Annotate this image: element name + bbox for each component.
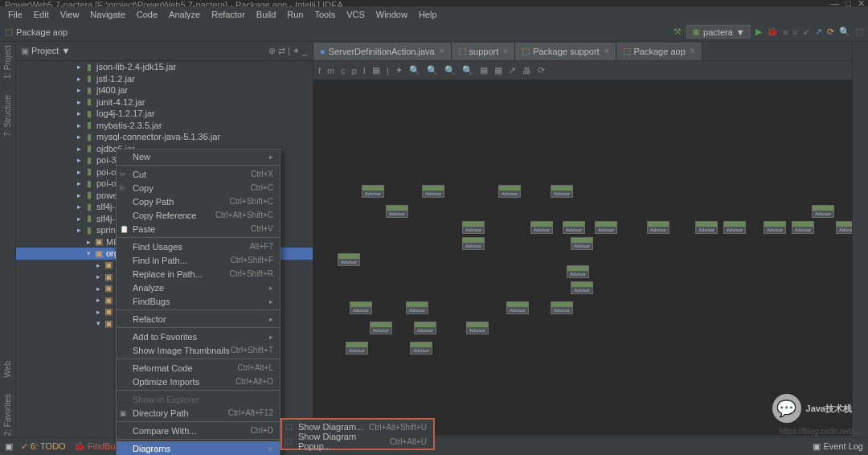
diagram-node[interactable]: Advisor (422, 185, 444, 198)
diagram-node[interactable]: Advisor (462, 237, 485, 250)
debug-icon[interactable]: 🐞 (767, 27, 778, 37)
editor-tab[interactable]: ●ServerDefinitionAction.java× (313, 43, 452, 60)
diagram-node[interactable]: Advisor (530, 221, 553, 234)
side-structure-tab[interactable]: 7: Structure (3, 95, 12, 137)
run-config-dropdown[interactable]: ▣ pactera ▼ (686, 25, 751, 39)
close-icon[interactable]: × (440, 47, 444, 55)
diagram-node[interactable]: Advisor (350, 301, 372, 314)
panel-header-icons[interactable]: ⊕ ⇄ | ✦ ⎯ (268, 46, 308, 56)
diagram-node[interactable]: Advisor (462, 221, 485, 234)
side-project-tab[interactable]: 1: Project (3, 45, 12, 79)
side-favorites-tab[interactable]: 2: Favorites (3, 394, 12, 436)
menu-copy-path[interactable]: Copy PathCtrl+Shift+C (117, 195, 280, 208)
refresh-icon[interactable]: ⟳ (538, 65, 545, 76)
diagram-node[interactable]: Advisor (551, 301, 573, 314)
toolbar-icon[interactable]: ▦ (494, 65, 502, 76)
menu-show-thumbnails[interactable]: Show Image ThumbnailsCtrl+Shift+T (117, 343, 280, 357)
close-icon[interactable]: × (503, 47, 508, 55)
diagram-node[interactable]: Advisor (595, 221, 617, 234)
diagram-node[interactable]: Advisor (362, 185, 384, 198)
toolbar-icon[interactable]: I (363, 66, 366, 76)
git-push-icon[interactable]: ↗ (815, 27, 822, 37)
menu-analyze[interactable]: Analyze (164, 8, 205, 21)
menu-refactor[interactable]: Refactor (207, 8, 250, 21)
toolbar-icon[interactable]: m (327, 66, 334, 76)
menu-diagrams[interactable]: ⬚Diagrams▸ (117, 441, 280, 455)
menu-find-in-path[interactable]: Find in Path...Ctrl+Shift+F (117, 253, 280, 267)
close-icon[interactable]: × (604, 47, 609, 55)
git-icon[interactable]: ↙ (803, 27, 810, 37)
zoom-fit-icon[interactable]: 🔍 (444, 65, 456, 76)
uml-diagram-canvas[interactable]: AdvisorAdvisorAdvisorAdvisorAdvisorAdvis… (313, 80, 852, 436)
diagram-node[interactable]: Advisor (466, 322, 489, 334)
diagram-node[interactable]: Advisor (567, 265, 589, 278)
menu-navigate[interactable]: Navigate (85, 8, 129, 21)
menu-file[interactable]: File (3, 8, 27, 21)
search-icon[interactable]: 🔍 (839, 27, 850, 37)
stop-icon[interactable]: ■ (783, 27, 788, 37)
menu-cut[interactable]: ✂CutCtrl+X (117, 167, 280, 181)
zoom-in-icon[interactable]: 🔍 (409, 65, 420, 76)
side-web-tab[interactable]: Web (3, 361, 12, 377)
tree-jar-item[interactable]: ▸▮mysql-connector-java-5.1.36.jar (16, 131, 313, 143)
diagram-node[interactable]: Advisor (571, 237, 593, 250)
diagram-node[interactable]: Advisor (506, 301, 529, 314)
tree-jar-item[interactable]: ▸▮junit-4.12.jar (16, 96, 313, 109)
tree-jar-item[interactable]: ▸▮jt400.jar (16, 84, 313, 96)
toolbar-icon[interactable]: p (352, 66, 357, 76)
menu-run[interactable]: Run (282, 8, 308, 21)
tree-jar-item[interactable]: ▸▮json-lib-2.4-jdk15.jar (16, 61, 313, 73)
menu-tools[interactable]: Tools (309, 8, 340, 21)
menu-help[interactable]: Help (414, 8, 442, 21)
diagram-node[interactable]: Advisor (346, 342, 368, 355)
tree-jar-item[interactable]: ▸▮jstl-1.2.jar (16, 73, 313, 85)
diagram-node[interactable]: Advisor (551, 185, 573, 198)
menu-findbugs[interactable]: FindBugs▸ (117, 294, 280, 308)
run-icon[interactable]: ▶ (755, 27, 762, 37)
tree-jar-item[interactable]: ▸▮mybatis-2.3.5.jar (16, 120, 313, 132)
diagram-node[interactable]: Advisor (386, 205, 408, 218)
diagram-node[interactable]: Advisor (792, 221, 814, 234)
diagram-node[interactable]: Advisor (406, 301, 428, 314)
submenu-show-diagram-popup[interactable]: ⬚Show Diagram Popup...Ctrl+Alt+U (282, 434, 433, 449)
editor-tab[interactable]: ⬚support× (452, 43, 516, 60)
toolbar-icon[interactable]: ▦ (480, 65, 488, 76)
menu-reformat[interactable]: Reformat CodeCtrl+Alt+L (117, 361, 280, 375)
tree-jar-item[interactable]: ▸▮log4j-1.2.17.jar (16, 108, 313, 120)
update-icon[interactable]: ⟳ (827, 27, 834, 37)
diagram-node[interactable]: Advisor (338, 253, 360, 266)
toolbar-icon[interactable]: f (318, 66, 321, 76)
breadcrumb[interactable]: ⬚ Package aop (5, 27, 68, 37)
menu-optimize-imports[interactable]: Optimize ImportsCtrl+Alt+O (117, 375, 280, 388)
menu-build[interactable]: Build (252, 8, 280, 21)
menu-analyze[interactable]: Analyze▸ (117, 281, 280, 294)
menu-new[interactable]: New▸ (117, 150, 280, 163)
export-icon[interactable]: ↗ (509, 65, 516, 76)
hammer-icon[interactable]: ⚒ (674, 27, 682, 37)
menu-window[interactable]: Window (371, 8, 412, 21)
zoom-out-icon[interactable]: 🔍 (427, 65, 438, 76)
stop-icon-2[interactable]: ■ (792, 27, 798, 37)
menu-vcs[interactable]: VCS (342, 8, 370, 21)
diagram-node[interactable]: Advisor (370, 322, 392, 334)
window-controls[interactable]: —□✕ (830, 0, 865, 6)
todo-button[interactable]: ✓ 6: TODO (21, 441, 66, 452)
close-icon[interactable]: × (690, 47, 695, 55)
diagram-node[interactable]: Advisor (498, 185, 521, 198)
menu-replace-in-path[interactable]: Replace in Path...Ctrl+Shift+R (117, 267, 280, 281)
toolbar-icon[interactable]: ✦ (395, 65, 403, 76)
diagram-node[interactable]: Advisor (571, 281, 593, 294)
zoom-actual-icon[interactable]: 🔍 (462, 65, 473, 76)
editor-tab[interactable]: ⬚Package support× (515, 43, 616, 60)
print-icon[interactable]: 🖶 (522, 66, 531, 76)
diagram-node[interactable]: Advisor (414, 322, 436, 334)
menu-copy[interactable]: ⎘CopyCtrl+C (117, 181, 280, 195)
toolbar-icon[interactable]: c (341, 66, 346, 76)
menu-view[interactable]: View (55, 8, 84, 21)
toolbar-icon[interactable]: ▦ (372, 65, 380, 76)
menu-paste[interactable]: 📋PasteCtrl+V (117, 222, 280, 236)
menu-add-favorites[interactable]: Add to Favorites▸ (117, 330, 280, 343)
diagram-node[interactable]: Advisor (723, 221, 746, 234)
menu-directory-path[interactable]: ▣Directory PathCtrl+Alt+F12 (117, 406, 280, 420)
diagram-node[interactable]: Advisor (836, 221, 852, 234)
